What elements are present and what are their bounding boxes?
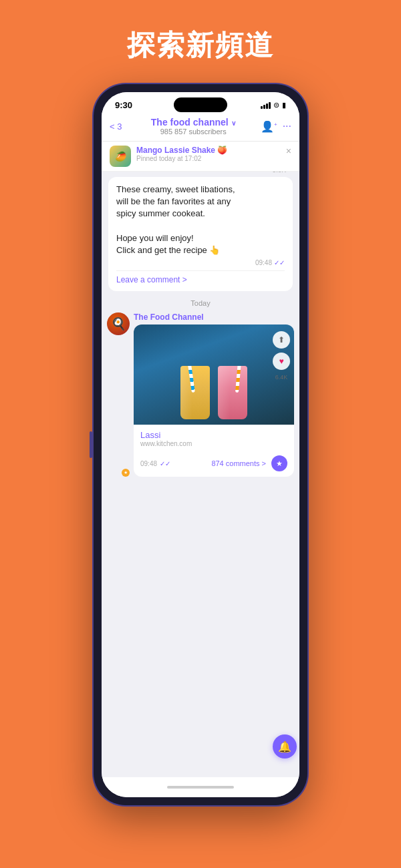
pinned-close-button[interactable]: ×	[286, 146, 291, 156]
dynamic-island	[174, 97, 227, 112]
post-time: 09:48	[140, 460, 157, 467]
post-link-section: Lassi www.kitchen.com	[134, 425, 294, 453]
phone-frame: 9:30 ⊜ ▮ < 3 The food channel ∨	[94, 84, 307, 805]
pinned-banner: 🥭 Mango Lassie Shake 🍑 Pinned today at 1…	[102, 142, 299, 172]
signal-bars-icon	[261, 102, 271, 109]
wifi-icon: ⊜	[273, 101, 279, 110]
channel-name: The food channel ∨	[126, 117, 261, 128]
post-action-buttons: ⬆ ♥ 6.4K	[273, 331, 290, 381]
leave-comment-link[interactable]: Leave a comment >	[116, 270, 285, 284]
post-card: 🍍 🫐	[134, 324, 294, 477]
smoothie-image: 🍍 🫐	[134, 324, 294, 425]
share-button[interactable]: ⬆	[273, 331, 290, 349]
home-indicator	[167, 786, 234, 789]
pink-glass-body: 🫐	[218, 366, 247, 419]
post-content: The Food Channel 🍍	[134, 312, 294, 477]
message-text: These creamy, sweet libations, will be t…	[116, 184, 285, 256]
message-time: 09:48	[255, 259, 272, 266]
pinned-title-row: Mango Lassie Shake 🍑	[136, 146, 281, 155]
star-badge: ★	[122, 469, 130, 477]
comments-link[interactable]: 874 comments >	[211, 459, 266, 467]
post-actions-row: 874 comments > ★	[211, 455, 287, 471]
status-icons: ⊜ ▮	[261, 101, 286, 110]
back-button[interactable]: < 3	[110, 122, 122, 132]
date-separator: Today	[102, 299, 299, 307]
read-check-icon: ✓✓	[274, 259, 285, 266]
post-link-title[interactable]: Lassi	[140, 430, 287, 440]
pinned-avatar: 🥭	[110, 146, 131, 167]
view-count: 5.8K	[272, 172, 286, 174]
pink-glass: 🫐	[218, 366, 247, 419]
post-read-check-icon: ✓✓	[160, 460, 170, 467]
channel-info: The food channel ∨ 985 857 subscribers	[126, 117, 261, 136]
channel-avatar: 🍳	[107, 312, 130, 335]
pink-straw	[235, 366, 243, 393]
add-member-button[interactable]: 👤+	[261, 120, 277, 133]
notification-fab[interactable]: 🔔	[273, 734, 297, 758]
message-bubble: 5.8K These creamy, sweet libations, will…	[108, 177, 293, 291]
message-meta: 09:48 ✓✓	[116, 259, 285, 266]
phone-screen: 9:30 ⊜ ▮ < 3 The food channel ∨	[102, 92, 299, 797]
channel-avatar-wrap: 🍳 ★	[107, 312, 130, 477]
battery-icon: ▮	[282, 101, 286, 110]
yellow-glass: 🍍	[180, 366, 210, 419]
post-meta-row: 09:48 ✓✓ 874 comments > ★	[134, 453, 294, 477]
yellow-glass-body: 🍍	[180, 366, 210, 419]
messages-area: 5.8K These creamy, sweet libations, will…	[102, 172, 299, 777]
pinned-title[interactable]: Mango Lassie Shake 🍑	[136, 146, 227, 155]
post-sender: The Food Channel	[134, 312, 294, 322]
post-time-row: 09:48 ✓✓	[140, 460, 170, 467]
pinned-time: Pinned today at 17:02	[136, 155, 281, 162]
post-link-url: www.kitchen.com	[140, 440, 287, 447]
page-title: 探索新頻道	[127, 27, 274, 64]
bookmark-button[interactable]: ★	[271, 455, 287, 471]
channel-name-text: The food channel	[151, 117, 229, 128]
yellow-straw	[185, 366, 195, 393]
bottom-bar	[102, 777, 299, 797]
channel-post: 🍳 ★ The Food Channel 🍍	[107, 312, 294, 477]
status-time: 9:30	[115, 100, 132, 110]
header-actions: 👤+ ···	[261, 120, 291, 133]
channel-name-arrow[interactable]: ∨	[231, 120, 236, 127]
channel-subscribers: 985 857 subscribers	[126, 128, 261, 136]
more-options-button[interactable]: ···	[283, 120, 291, 132]
status-bar: 9:30 ⊜ ▮	[102, 92, 299, 113]
like-count: 6.4K	[275, 374, 288, 381]
pinned-content: Mango Lassie Shake 🍑 Pinned today at 17:…	[136, 146, 281, 162]
like-button[interactable]: ♥	[273, 353, 290, 370]
channel-header: < 3 The food channel ∨ 985 857 subscribe…	[102, 113, 299, 142]
